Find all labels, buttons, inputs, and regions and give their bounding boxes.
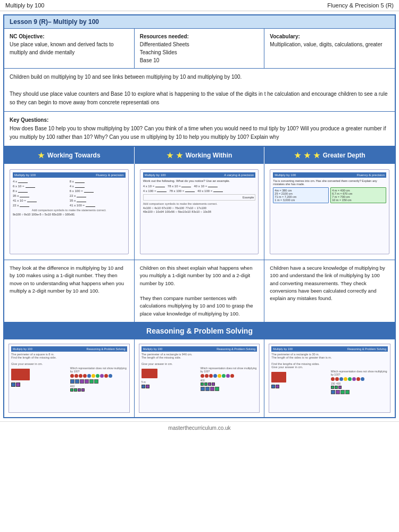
star-1: ★: [38, 151, 45, 160]
description-text: Children build on multiplying by 10 and …: [10, 73, 389, 107]
stars-cell-depth: ★ ★ ★ Greater Depth: [264, 147, 395, 164]
key-questions: Key Questions: How does Base 10 help you…: [4, 112, 395, 147]
star-2b: ★: [176, 151, 183, 160]
footer: masterthecurriculum.co.uk: [0, 421, 399, 434]
worksheet-thumb-2[interactable]: Multiply by 100 A varying & precision Wo…: [140, 169, 259, 254]
stars-cell-within: ★ ★ Working Within: [135, 147, 265, 164]
reasoning-header: Reasoning & Problem Solving: [4, 323, 395, 339]
star-3a: ★: [294, 151, 301, 160]
desc-row: They look at the difference in multiplyi…: [4, 260, 395, 323]
stars-header: ★ Working Towards ★ ★ Working Within ★ ★…: [4, 147, 395, 164]
desc-cell-2: Children on this sheet explain what happ…: [135, 260, 265, 322]
greater-depth-label: Greater Depth: [323, 152, 365, 159]
star-2a: ★: [167, 151, 173, 160]
reasoning-cell-1: Multiply by 100 Reasoning & Problem Solv…: [4, 339, 135, 417]
description-section: Children build on multiplying by 10 and …: [4, 69, 395, 112]
star-3c: ★: [313, 151, 320, 160]
r-thumb-3[interactable]: Multiply by 100 Reasoning & Problem Solv…: [269, 344, 390, 413]
worksheets-row: Multiply by 100 Fluency & precision 4 x …: [4, 164, 395, 260]
worksheet-cell-2: Multiply by 100 A varying & precision Wo…: [135, 164, 265, 260]
worksheet-thumb-1[interactable]: Multiply by 100 Fluency & precision 4 x …: [10, 169, 129, 254]
info-grid: NC Objective: Use place value, known and…: [4, 29, 395, 69]
resources-label: Resources needed:: [140, 32, 259, 40]
working-within-label: Working Within: [186, 152, 232, 159]
r-thumb-1[interactable]: Multiply by 100 Reasoning & Problem Solv…: [9, 344, 130, 413]
desc-cell-3: Children have a secure knowledge of mult…: [264, 260, 395, 322]
worksheet-cell-1: Multiply by 100 Fluency & precision 4 x …: [4, 164, 135, 260]
reasoning-row: Multiply by 100 Reasoning & Problem Solv…: [4, 339, 395, 417]
top-bar-left: Multiply by 100: [5, 2, 44, 9]
top-bar-right: Fluency & Precision 5 (R): [327, 2, 394, 9]
key-questions-text: How does Base 10 help you to show multip…: [10, 126, 386, 140]
vocabulary-label: Vocabulary:: [270, 32, 389, 40]
vocabulary-text: Multiplication, value, digits, calculati…: [270, 40, 389, 48]
objective-label: NC Objective:: [10, 32, 129, 40]
lesson-title: Lesson 9 (R)– Multiply by 100: [4, 15, 395, 29]
worksheet-thumb-3[interactable]: Multiply by 100 Fluency & precision Tia …: [270, 169, 389, 254]
info-cell-vocabulary: Vocabulary: Multiplication, value, digit…: [264, 29, 395, 68]
reasoning-cell-3: Multiply by 100 Reasoning & Problem Solv…: [264, 339, 395, 417]
reasoning-cell-2: Multiply by 100 Reasoning & Problem Solv…: [135, 339, 265, 417]
desc-cell-1: They look at the difference in multiplyi…: [4, 260, 135, 322]
main-content: Lesson 9 (R)– Multiply by 100 NC Objecti…: [3, 14, 396, 418]
top-bar: Multiply by 100 Fluency & Precision 5 (R…: [0, 0, 399, 11]
r-thumb-2[interactable]: Multiply by 100 Reasoning & Problem Solv…: [139, 344, 260, 413]
working-towards-label: Working Towards: [47, 152, 101, 159]
key-questions-label: Key Questions:: [10, 117, 48, 123]
resources-text: Differentiated SheetsTeaching SlidesBase…: [140, 40, 259, 64]
info-cell-objective: NC Objective: Use place value, known and…: [4, 29, 135, 68]
objective-text: Use place value, known and derived facts…: [10, 40, 129, 56]
info-cell-resources: Resources needed: Differentiated SheetsT…: [135, 29, 265, 68]
star-3b: ★: [304, 151, 311, 160]
stars-cell-towards: ★ Working Towards: [4, 147, 135, 164]
worksheet-cell-3: Multiply by 100 Fluency & precision Tia …: [264, 164, 395, 260]
